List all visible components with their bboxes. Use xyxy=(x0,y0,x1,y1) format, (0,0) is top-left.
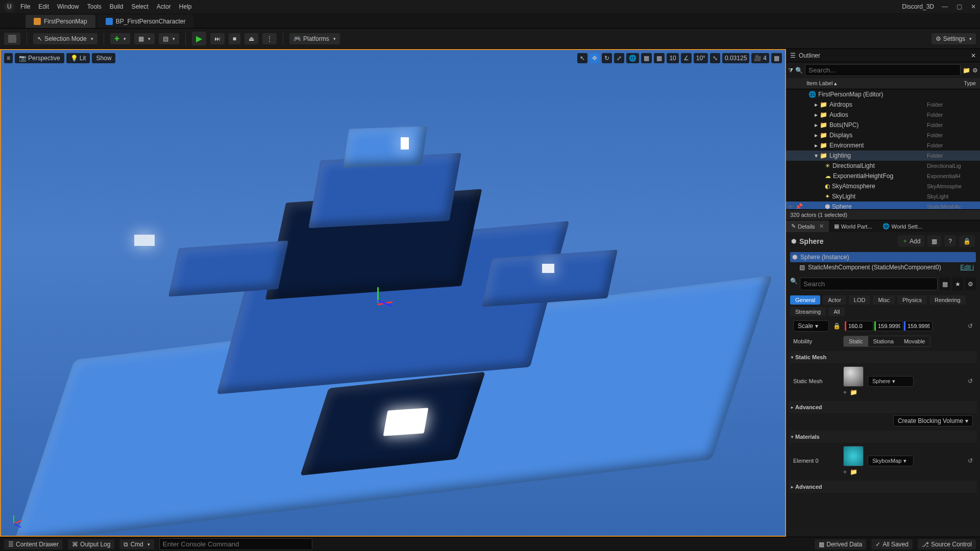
section-materials[interactable]: ▾Materials xyxy=(789,431,977,443)
source-control-button[interactable]: ⎇ Source Control xyxy=(918,539,976,549)
tree-folder[interactable]: ▸ 📁 Bots(NPC)Folder xyxy=(786,120,980,130)
mobility-toggle[interactable]: Static Stationa Movable xyxy=(843,336,930,347)
menu-edit[interactable]: Edit xyxy=(38,3,49,10)
viewport[interactable]: ≡ 📷Perspective 💡Lit Show ↖ ✥ ↻ ⤢ 🌐 ▦ ▦ 1… xyxy=(0,49,786,537)
stop-button[interactable]: ■ xyxy=(229,33,240,44)
section-advanced-materials[interactable]: ▸Advanced xyxy=(789,481,977,493)
component-staticmesh[interactable]: ▧ StaticMeshComponent (StaticMeshCompone… xyxy=(790,262,976,272)
console-input[interactable] xyxy=(159,538,312,550)
favorite-icon[interactable]: ★ xyxy=(952,278,963,290)
material-dropdown[interactable]: SkyboxMap ▾ xyxy=(868,456,914,466)
tree-root[interactable]: 🌐 FirstPersonMap (Editor) xyxy=(786,89,980,99)
menu-window[interactable]: Window xyxy=(57,3,79,10)
details-search-input[interactable] xyxy=(800,278,938,290)
tree-item[interactable]: ☀ DirectionalLightDirectionalLig xyxy=(786,161,980,171)
content-drawer-button[interactable]: ☰ Content Drawer xyxy=(4,539,63,549)
browse-asset-icon[interactable]: 📁 xyxy=(850,389,857,396)
section-static-mesh[interactable]: ▾Static Mesh xyxy=(789,351,977,363)
grid-view-icon[interactable]: ▦ xyxy=(940,278,950,290)
view-perspective-dropdown[interactable]: 📷Perspective xyxy=(15,53,64,63)
chip-misc[interactable]: Misc xyxy=(873,295,895,305)
grid-snap-value[interactable]: 10 xyxy=(667,53,678,63)
menu-help[interactable]: Help xyxy=(179,3,192,10)
tab-details[interactable]: ✎ Details✕ xyxy=(786,220,829,232)
platforms-dropdown[interactable]: 🎮 Platforms xyxy=(289,33,340,44)
derived-data-button[interactable]: ▦ Derived Data xyxy=(815,539,866,549)
coord-space-toggle[interactable]: 🌐 xyxy=(626,53,639,63)
chip-general[interactable]: General xyxy=(790,295,820,305)
tree-folder[interactable]: ▸ 📁 DisplaysFolder xyxy=(786,130,980,140)
filter-icon[interactable]: ⧩ xyxy=(788,67,793,74)
menu-actor[interactable]: Actor xyxy=(157,3,171,10)
material-thumbnail[interactable] xyxy=(843,446,864,466)
output-log-button[interactable]: ⌘ Output Log xyxy=(68,539,114,549)
translate-tool[interactable]: ✥ xyxy=(590,53,600,63)
transform-scale-label-dropdown[interactable]: Scale ▾ xyxy=(793,320,829,332)
outliner-settings-icon[interactable]: ⚙ xyxy=(972,67,978,74)
mobility-movable[interactable]: Movable xyxy=(899,336,930,346)
browse-button[interactable]: ▦ xyxy=(927,235,941,247)
camera-speed-button[interactable]: 🎥4 xyxy=(751,53,769,63)
play-options-dropdown[interactable]: ⋮ xyxy=(262,33,277,44)
selection-mode-dropdown[interactable]: ↖ Selection Mode xyxy=(33,33,97,44)
cmd-dropdown[interactable]: ⧉ Cmd xyxy=(119,539,154,549)
select-tool[interactable]: ↖ xyxy=(577,53,587,63)
grid-snap-toggle[interactable]: ▦ xyxy=(654,53,665,63)
outliner-close-button[interactable]: ✕ xyxy=(971,52,976,59)
outliner-search-input[interactable] xyxy=(805,64,961,76)
chip-actor[interactable]: Actor xyxy=(823,295,846,305)
menu-build[interactable]: Build xyxy=(110,3,124,10)
scale-z-input[interactable] xyxy=(904,321,933,331)
rotate-tool[interactable]: ↻ xyxy=(602,53,612,63)
settings-dropdown[interactable]: ⚙ Settings xyxy=(932,33,976,44)
viewport-layout-button[interactable]: ▦ xyxy=(771,53,782,63)
create-blocking-volume-dropdown[interactable]: Create Blocking Volume ▾ xyxy=(893,415,973,427)
details-settings-icon[interactable]: ⚙ xyxy=(965,278,976,290)
tree-folder[interactable]: ▸ 📁 AudiosFolder xyxy=(786,110,980,120)
surface-snap-toggle[interactable]: ▦ xyxy=(641,53,652,63)
reset-material-icon[interactable]: ↺ xyxy=(968,457,973,464)
tab-bp-firstpersoncharacter[interactable]: BP_FirstPersonCharacter xyxy=(97,15,194,28)
save-status-button[interactable]: ✓ All Saved xyxy=(871,539,913,549)
tree-item[interactable]: ☁ ExponentialHeightFogExponentialH xyxy=(786,171,980,181)
mobility-static[interactable]: Static xyxy=(844,336,868,346)
reset-scale-icon[interactable]: ↺ xyxy=(968,322,973,330)
scale-tool[interactable]: ⤢ xyxy=(614,53,624,63)
details-body[interactable]: Scale ▾ 🔒 ↺ Mobility Static Stationa Mov… xyxy=(786,318,980,537)
outliner-col-label[interactable]: Item Label ▴ xyxy=(806,80,964,87)
angle-snap-toggle[interactable]: ∠ xyxy=(681,53,692,63)
static-mesh-thumbnail[interactable] xyxy=(843,366,864,387)
view-lit-dropdown[interactable]: 💡Lit xyxy=(66,53,90,63)
mobility-stationary[interactable]: Stationa xyxy=(868,336,899,346)
scale-y-input[interactable] xyxy=(874,321,903,331)
lock-scale-icon[interactable]: 🔒 xyxy=(833,322,841,330)
blueprint-dropdown[interactable]: ▦ xyxy=(134,33,155,44)
viewport-menu-button[interactable]: ≡ xyxy=(4,53,13,63)
chip-physics[interactable]: Physics xyxy=(897,295,927,305)
reset-mesh-icon[interactable]: ↺ xyxy=(968,378,973,385)
play-button[interactable]: ▶ xyxy=(192,32,206,45)
tree-folder-lighting[interactable]: ▾ 📁 LightingFolder xyxy=(786,151,980,161)
save-button[interactable] xyxy=(4,33,20,45)
add-component-button[interactable]: ＋Add xyxy=(898,235,924,247)
chip-all[interactable]: All xyxy=(828,307,845,316)
tree-item[interactable]: ✦ SkyLightSkyLight xyxy=(786,191,980,202)
scale-snap-toggle[interactable]: ⤡ xyxy=(710,53,720,63)
cinematics-dropdown[interactable]: ▤ xyxy=(159,33,179,44)
browse-asset-icon[interactable]: 📁 xyxy=(850,468,857,475)
scale-snap-value[interactable]: 0.03125 xyxy=(722,53,749,63)
add-folder-icon[interactable]: 📁 xyxy=(963,67,970,74)
minimize-button[interactable]: — xyxy=(941,3,948,10)
outliner-col-type[interactable]: Type xyxy=(964,80,976,87)
section-advanced-mesh[interactable]: ▸Advanced xyxy=(789,401,977,413)
ue-logo-icon[interactable]: U xyxy=(3,1,15,13)
tree-item[interactable]: ◐ SkyAtmosphereSkyAtmosphe xyxy=(786,181,980,191)
eject-button[interactable]: ⏏ xyxy=(244,33,258,44)
lock-button[interactable]: 🔒 xyxy=(959,235,975,247)
maximize-button[interactable]: ▢ xyxy=(955,3,963,10)
chip-lod[interactable]: LOD xyxy=(849,295,871,305)
close-button[interactable]: ✕ xyxy=(970,3,977,10)
add-content-dropdown[interactable]: ✚ xyxy=(110,33,130,44)
tab-world-settings[interactable]: 🌐 World Sett... xyxy=(877,220,927,232)
outliner-tree[interactable]: 🌐 FirstPersonMap (Editor) ▸ 📁 AirdropsFo… xyxy=(786,89,980,209)
